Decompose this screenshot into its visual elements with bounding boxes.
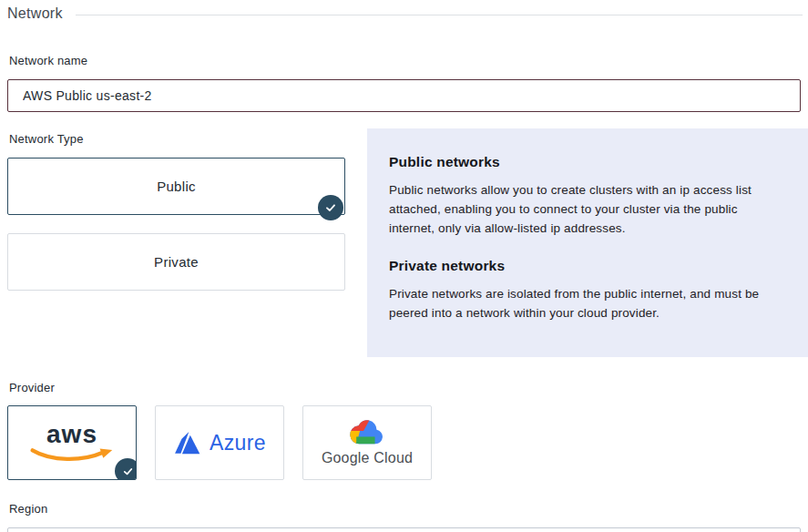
network-type-row: Network Type Public Private (7, 132, 803, 357)
provider-options: aws Azure (7, 405, 803, 480)
network-type-option-label: Public (157, 179, 196, 194)
section-divider (76, 15, 803, 15)
network-type-option-private[interactable]: Private (7, 233, 345, 291)
region-select[interactable]: US East (Ohio) (7, 527, 801, 532)
azure-triangle-icon (173, 431, 201, 455)
google-cloud-icon (348, 420, 386, 446)
network-name-label: Network name (9, 54, 803, 67)
check-icon (115, 458, 137, 480)
section-title: Network (7, 5, 63, 22)
region-label: Region (9, 502, 803, 516)
info-body-public: Public networks allow you to create clus… (389, 180, 768, 238)
info-body-private: Private networks are isolated from the p… (389, 284, 768, 322)
network-form: Network Network name Network Type Public… (0, 0, 808, 532)
provider-option-google-cloud[interactable]: Google Cloud (302, 405, 432, 480)
azure-wordmark: Azure (210, 431, 266, 455)
info-heading-public: Public networks (389, 154, 784, 170)
aws-logo: aws (28, 422, 116, 463)
google-cloud-wordmark: Google Cloud (322, 450, 413, 466)
provider-option-aws[interactable]: aws (7, 405, 137, 480)
info-heading-private: Private networks (389, 258, 784, 274)
aws-wordmark: aws (46, 422, 97, 447)
section-header: Network (7, 4, 803, 24)
network-type-label: Network Type (9, 132, 345, 146)
network-name-input[interactable] (7, 79, 801, 112)
aws-smile-icon (28, 448, 116, 463)
provider-label: Provider (9, 381, 803, 394)
azure-logo: Azure (173, 431, 266, 455)
network-type-options: Public Private (7, 158, 345, 291)
check-icon (318, 195, 343, 220)
network-type-info-panel: Public networks Public networks allow yo… (367, 128, 808, 357)
google-cloud-logo: Google Cloud (322, 420, 413, 466)
network-type-option-label: Private (154, 254, 199, 270)
network-type-option-public[interactable]: Public (7, 158, 345, 215)
provider-option-azure[interactable]: Azure (155, 405, 284, 480)
network-type-column: Network Type Public Private (7, 132, 345, 357)
